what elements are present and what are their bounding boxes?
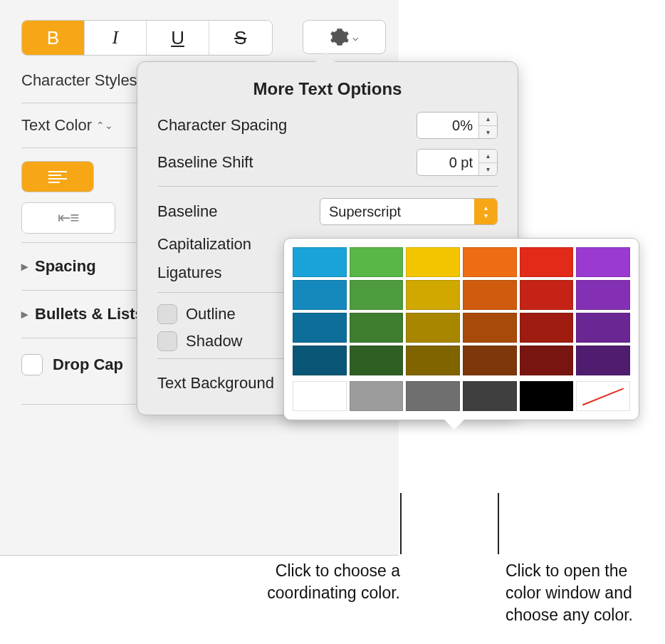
callout-color-window: Click to open the color window and choos… bbox=[506, 560, 662, 626]
baseline-shift-label: Baseline Shift bbox=[157, 153, 253, 172]
spacing-label: Spacing bbox=[35, 257, 96, 276]
stepper-up-icon[interactable]: ▴ bbox=[479, 150, 497, 163]
color-swatch[interactable] bbox=[406, 346, 460, 375]
underline-button[interactable]: U bbox=[147, 21, 209, 55]
color-swatch[interactable] bbox=[350, 313, 404, 343]
bold-button[interactable]: B bbox=[22, 21, 85, 55]
strikethrough-button[interactable]: S bbox=[209, 21, 272, 55]
color-swatch[interactable] bbox=[406, 247, 460, 277]
color-swatch[interactable] bbox=[576, 280, 630, 310]
color-swatch[interactable] bbox=[293, 313, 347, 343]
color-swatch[interactable] bbox=[350, 346, 404, 375]
text-style-row: B I U S ⌵ bbox=[21, 7, 386, 56]
color-swatch[interactable] bbox=[293, 346, 347, 375]
baseline-shift-row: Baseline Shift 0 pt ▴▾ bbox=[157, 149, 498, 176]
capitalization-label: Capitalization bbox=[157, 235, 251, 254]
color-swatch[interactable] bbox=[350, 280, 404, 310]
italic-button[interactable]: I bbox=[85, 21, 147, 55]
callout-coordinating-color: Click to choose a coordinating color. bbox=[158, 560, 400, 604]
shadow-checkbox[interactable] bbox=[157, 331, 177, 351]
color-swatch[interactable] bbox=[463, 280, 517, 310]
outdent-button[interactable]: ⇤≡ bbox=[22, 203, 115, 233]
indent-segment: ⇤≡ bbox=[21, 202, 115, 234]
ligatures-label: Ligatures bbox=[157, 264, 222, 282]
stepper-up-icon[interactable]: ▴ bbox=[479, 113, 497, 126]
callout-text: Click to open the bbox=[506, 560, 662, 582]
color-swatch[interactable] bbox=[520, 381, 574, 411]
color-swatch[interactable] bbox=[463, 313, 517, 343]
char-spacing-stepper[interactable]: ▴▾ bbox=[478, 113, 497, 138]
color-swatch[interactable] bbox=[463, 346, 517, 375]
text-background-label: Text Background bbox=[157, 374, 274, 393]
color-picker-popover bbox=[283, 238, 639, 420]
outline-label: Outline bbox=[186, 305, 236, 323]
alignment-segment bbox=[21, 161, 94, 192]
color-swatch-grid bbox=[293, 247, 630, 375]
color-swatch[interactable] bbox=[293, 280, 347, 310]
callout-text: Click to choose a bbox=[158, 560, 400, 582]
baseline-select[interactable]: Superscript ▴▾ bbox=[320, 198, 498, 225]
callout-text: choose any color. bbox=[506, 604, 662, 626]
more-options-button[interactable]: ⌵ bbox=[303, 20, 387, 54]
dropcap-checkbox[interactable] bbox=[21, 354, 43, 375]
char-spacing-value: 0% bbox=[417, 118, 478, 134]
chevron-down-icon: ⌃⌄ bbox=[96, 120, 113, 131]
stepper-down-icon[interactable]: ▾ bbox=[479, 126, 497, 139]
disclosure-right-icon: ▸ bbox=[21, 259, 28, 274]
callout-leader-left bbox=[400, 493, 402, 554]
callout-text: coordinating color. bbox=[158, 582, 400, 604]
color-swatch[interactable] bbox=[520, 346, 574, 375]
color-swatch[interactable] bbox=[520, 280, 574, 310]
bullets-label: Bullets & Lists bbox=[35, 305, 144, 323]
disclosure-right-icon: ▸ bbox=[21, 306, 28, 322]
color-swatch[interactable] bbox=[463, 247, 517, 277]
stepper-down-icon[interactable]: ▾ bbox=[479, 163, 497, 176]
baseline-shift-stepper[interactable]: ▴▾ bbox=[478, 150, 497, 175]
color-swatch[interactable] bbox=[350, 381, 404, 411]
color-swatch[interactable] bbox=[350, 247, 404, 277]
color-swatch[interactable] bbox=[293, 247, 347, 277]
divider bbox=[0, 555, 399, 556]
callout-leader-right bbox=[498, 493, 499, 554]
baseline-shift-field[interactable]: 0 pt ▴▾ bbox=[417, 149, 498, 176]
char-spacing-label: Character Spacing bbox=[157, 116, 287, 135]
dropcap-label: Drop Cap bbox=[53, 355, 123, 374]
color-swatch[interactable] bbox=[406, 280, 460, 310]
no-color-swatch[interactable] bbox=[576, 381, 630, 411]
color-swatch[interactable] bbox=[406, 313, 460, 343]
baseline-row: Baseline Superscript ▴▾ bbox=[157, 198, 498, 225]
align-left-button[interactable] bbox=[22, 162, 93, 192]
baseline-label: Baseline bbox=[157, 202, 217, 221]
color-swatch[interactable] bbox=[520, 313, 574, 343]
char-spacing-field[interactable]: 0% ▴▾ bbox=[417, 112, 498, 139]
color-swatch[interactable] bbox=[293, 381, 347, 411]
color-swatch[interactable] bbox=[463, 381, 517, 411]
baseline-value: Superscript bbox=[329, 204, 401, 220]
outline-checkbox[interactable] bbox=[157, 304, 177, 324]
text-style-segment: B I U S bbox=[21, 20, 273, 56]
baseline-shift-value: 0 pt bbox=[417, 155, 478, 171]
color-swatch[interactable] bbox=[576, 313, 630, 343]
color-swatch[interactable] bbox=[576, 346, 630, 375]
color-swatch[interactable] bbox=[406, 381, 460, 411]
select-arrows-icon: ▴▾ bbox=[474, 199, 497, 224]
popover-title: More Text Options bbox=[157, 79, 498, 99]
text-color-text: Text Color bbox=[21, 116, 92, 135]
char-spacing-row: Character Spacing 0% ▴▾ bbox=[157, 112, 498, 139]
color-swatch[interactable] bbox=[520, 247, 574, 277]
callout-text: color window and bbox=[506, 582, 662, 604]
gear-icon bbox=[330, 27, 350, 47]
chevron-down-icon: ⌵ bbox=[352, 31, 358, 43]
neutral-swatch-row bbox=[293, 381, 630, 411]
divider bbox=[157, 186, 498, 187]
align-left-icon bbox=[48, 171, 67, 183]
color-swatch[interactable] bbox=[576, 247, 630, 277]
outdent-icon: ⇤≡ bbox=[58, 209, 80, 227]
shadow-label: Shadow bbox=[186, 332, 243, 350]
